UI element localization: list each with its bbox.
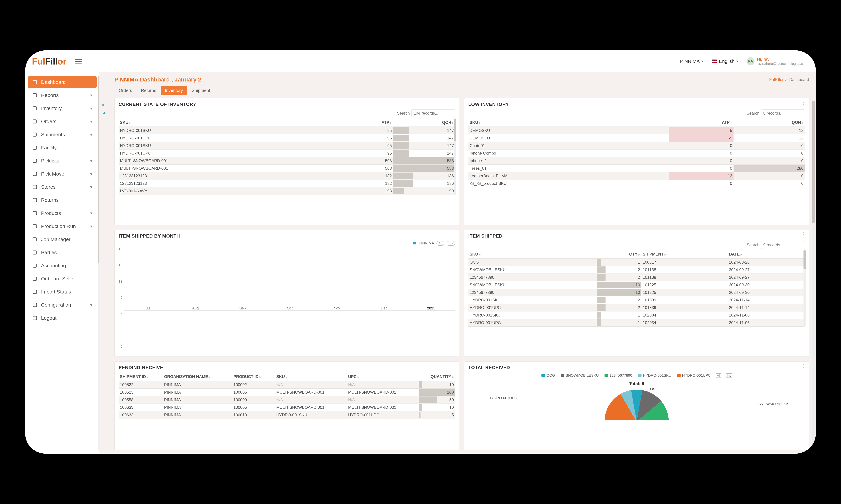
table-row[interactable]: SNOWMOBILESKU 2 101138 2024-09-27: [468, 266, 805, 273]
panel-menu-icon[interactable]: ⋮: [451, 101, 457, 104]
sidebar-item-orders[interactable]: Orders ▾: [28, 115, 97, 127]
legend-item[interactable]: HYDRO-001UPC: [677, 373, 711, 378]
table-row[interactable]: HYDRO-001SKU 2 101839 2024-11-14: [468, 296, 805, 304]
table-row[interactable]: 12345677890 2 101138 2024-09-27: [468, 273, 805, 281]
filter-inv-button[interactable]: Inv: [447, 241, 455, 246]
collapse-icon[interactable]: ⇤: [102, 103, 106, 108]
sidebar-item-logout[interactable]: Logout: [28, 312, 97, 324]
col-upc[interactable]: UPC▸: [347, 373, 419, 381]
table-row[interactable]: Chair-01 0 0: [468, 142, 805, 149]
sidebar-item-facility[interactable]: Facility: [28, 142, 97, 154]
tab-inventory[interactable]: Inventory: [161, 86, 187, 95]
col-date[interactable]: DATE▸: [728, 250, 805, 258]
sidebar-item-accounting[interactable]: Accounting: [28, 260, 97, 271]
sidebar-item-products[interactable]: Products ▾: [28, 207, 97, 219]
sidebar-item-reports[interactable]: Reports ▾: [28, 89, 97, 101]
table-row[interactable]: 100558 PINNIMA 100009 N/AN/A 50: [119, 396, 455, 404]
table-row[interactable]: 123123123123 182 186: [119, 172, 455, 180]
table-row[interactable]: 100633 PINNIMA 100005 MULTI-SNOWBOARD-00…: [119, 404, 455, 411]
filter-inv-button[interactable]: Inv: [725, 373, 733, 378]
panel-menu-icon[interactable]: ⋮: [451, 233, 457, 236]
col-atp[interactable]: ATP▸: [669, 119, 734, 127]
sidebar-item-import-status[interactable]: Import Status: [28, 286, 97, 298]
table-row[interactable]: Iphone Combo 0 0: [468, 149, 805, 157]
table-row[interactable]: HYDRO-001UPC 95 147: [119, 134, 455, 142]
table-row[interactable]: HYDRO-001UPC 2 101839 2024-11-14: [468, 304, 805, 311]
sidebar-item-returns[interactable]: Returns: [28, 194, 97, 206]
legend-item[interactable]: OCG: [542, 373, 555, 378]
table-row[interactable]: 100522 PINNIMA 100002 N/AN/A 10: [119, 381, 455, 389]
table-row[interactable]: Kit_Kit_product-SKU 0 0: [468, 180, 805, 187]
table-row[interactable]: MULTI-SNOWBOARD-001 508 588: [119, 165, 455, 172]
table-row[interactable]: DEMOSKU -5 12: [468, 134, 805, 142]
legend-item[interactable]: HYDRO-001SKU: [638, 373, 671, 378]
col-org[interactable]: ORGANIZATION NAME▸: [162, 373, 232, 381]
table-row[interactable]: OCG 1 100817 2024-08-28: [468, 258, 805, 266]
menu-toggle-icon[interactable]: [75, 58, 82, 65]
filter-all-button[interactable]: All: [715, 373, 722, 378]
table-row[interactable]: Trees_01 0 280: [468, 165, 805, 172]
col-sku[interactable]: SKU▸: [119, 119, 337, 127]
table-row[interactable]: 100523 PINNIMA 100005 MULTI-SNOWBOARD-00…: [119, 389, 455, 396]
tab-shipment[interactable]: Shipment: [187, 86, 214, 95]
col-sku[interactable]: SKU▸: [275, 373, 347, 381]
search-input[interactable]: [411, 109, 455, 117]
bar-sep[interactable]: Sep: [222, 305, 263, 310]
bar-dec[interactable]: Dec: [363, 305, 405, 310]
col-qty[interactable]: QTY▸: [597, 250, 641, 258]
sidebar-item-job-manager[interactable]: Job Manager: [28, 234, 97, 245]
sidebar-item-dashboard[interactable]: Dashboard: [28, 76, 97, 88]
table-row[interactable]: HYDRO-001UPC 1 102034 2024-11-06: [468, 319, 805, 326]
sidebar-item-shipments[interactable]: Shipments ▾: [28, 129, 97, 141]
table-row[interactable]: MULTI-SNOWBOARD-001 508 588: [119, 157, 455, 165]
bar-nov[interactable]: Nov: [316, 305, 357, 310]
brand-logo[interactable]: Ful Fill or: [32, 56, 66, 67]
table-row[interactable]: LeatherBoots_PUMA -12 0: [468, 172, 805, 180]
col-qoh[interactable]: QOH▸: [393, 119, 455, 127]
table-scrollbar[interactable]: [804, 250, 806, 327]
sidebar-item-inventory[interactable]: Inventory ▾: [28, 103, 97, 114]
col-product-id[interactable]: PRODUCT ID▸: [232, 373, 275, 381]
sidebar-item-picklists[interactable]: Picklists ▾: [28, 155, 97, 167]
org-selector[interactable]: PINNIMA ▾: [679, 58, 705, 65]
sidebar-item-pick-move[interactable]: Pick Move ▾: [28, 168, 97, 180]
table-row[interactable]: 12345677890 10 101225 2024-09-30: [468, 289, 805, 296]
user-menu[interactable]: RA Hi, ravi ravirathore@raotechnologies.…: [745, 56, 809, 67]
sidebar-item-stores[interactable]: Stores ▾: [28, 181, 97, 193]
sidebar-item-configuration[interactable]: Configuration ▾: [28, 299, 97, 311]
sidebar-item-onboard-seller[interactable]: Onboard Seller: [28, 273, 97, 285]
table-row[interactable]: SNOWMOBILESKU 10 101225 2024-09-30: [468, 281, 805, 289]
sidebar-item-parties[interactable]: Parties: [28, 247, 97, 258]
breadcrumb-root[interactable]: FulFillor: [769, 77, 784, 82]
table-row[interactable]: HYDRO-001SKU 95 147: [119, 142, 455, 149]
panel-menu-icon[interactable]: ⋮: [801, 233, 806, 236]
bar-aug[interactable]: Aug: [175, 305, 216, 310]
panel-menu-icon[interactable]: ⋮: [451, 364, 457, 367]
filter-all-button[interactable]: All: [436, 241, 444, 246]
tab-orders[interactable]: Orders: [114, 86, 136, 95]
legend-item[interactable]: SNOWMOBILESKU: [561, 373, 599, 378]
col-sku[interactable]: SKU▸: [468, 119, 669, 127]
col-atp[interactable]: ATP▸: [337, 119, 393, 127]
legend-item[interactable]: 12345677890: [604, 373, 632, 378]
col-qty[interactable]: QUANTITY▸: [419, 373, 455, 381]
panel-menu-icon[interactable]: ⋮: [801, 364, 806, 367]
search-input[interactable]: [761, 241, 805, 249]
col-qoh[interactable]: QOH▸: [734, 119, 805, 127]
bar-2025[interactable]: 2025: [411, 305, 452, 310]
col-shipment-id[interactable]: SHIPMENT ID▸: [119, 373, 162, 381]
filter-icon[interactable]: ⧩: [102, 111, 106, 116]
table-row[interactable]: LVP-001-NAVY 93 99: [119, 187, 455, 195]
language-selector[interactable]: English ▾: [710, 58, 740, 65]
table-row[interactable]: HYDRO-001UPC 95 147: [119, 149, 455, 157]
bar-oct[interactable]: Oct: [269, 305, 310, 310]
bar-jul[interactable]: Jul: [128, 305, 169, 310]
table-row[interactable]: 100633 PINNIMA 100018 HYDRO-001SKUHYDRO-…: [119, 411, 455, 419]
tab-returns[interactable]: Returns: [136, 86, 160, 95]
search-input[interactable]: [761, 109, 805, 117]
col-sku[interactable]: SKU▸: [468, 250, 597, 258]
sidebar-item-production-run[interactable]: Production Run ▾: [28, 220, 97, 232]
table-row[interactable]: HYDRO-001SKU 1 102034 2024-11-06: [468, 311, 805, 319]
table-row[interactable]: DEMOSKU -5 12: [468, 127, 805, 134]
table-row[interactable]: HYDRO-001SKU 95 147: [119, 127, 455, 134]
